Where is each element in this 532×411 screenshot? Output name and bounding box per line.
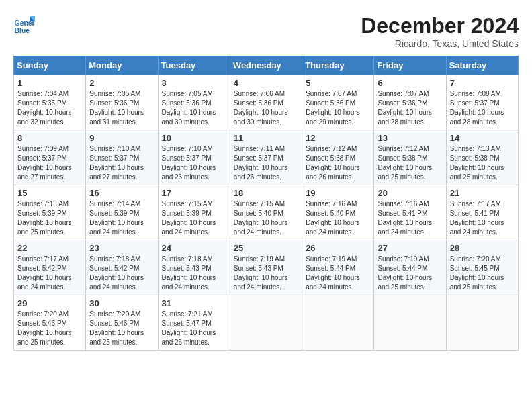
day-info: Sunrise: 7:10 AM Sunset: 5:37 PM Dayligh… (89, 144, 154, 182)
daylight-label: Daylight: 10 hours (17, 164, 72, 171)
calendar-cell: 7 Sunrise: 7:08 AM Sunset: 5:37 PM Dayli… (446, 75, 518, 130)
daylight-minutes: and 25 minutes. (89, 338, 137, 346)
daylight-label: Daylight: 10 hours (162, 109, 216, 116)
day-info: Sunrise: 7:17 AM Sunset: 5:41 PM Dayligh… (450, 199, 515, 237)
daylight-minutes: and 28 minutes. (378, 118, 425, 126)
day-info: Sunrise: 7:19 AM Sunset: 5:44 PM Dayligh… (378, 255, 442, 292)
sunset-label: Sunset: 5:36 PM (378, 99, 427, 107)
daylight-label: Daylight: 10 hours (306, 164, 360, 171)
daylight-minutes: and 25 minutes. (450, 173, 498, 181)
calendar-week-row: 22 Sunrise: 7:17 AM Sunset: 5:42 PM Dayl… (14, 240, 519, 295)
sunset-label: Sunset: 5:36 PM (234, 99, 283, 107)
day-number: 1 (17, 78, 82, 88)
calendar-cell: 27 Sunrise: 7:19 AM Sunset: 5:44 PM Dayl… (374, 240, 446, 295)
day-info: Sunrise: 7:17 AM Sunset: 5:42 PM Dayligh… (17, 255, 82, 292)
calendar-week-row: 1 Sunrise: 7:04 AM Sunset: 5:36 PM Dayli… (14, 75, 519, 130)
sunset-label: Sunset: 5:46 PM (89, 320, 139, 327)
sunrise-label: Sunrise: 7:15 AM (234, 200, 285, 208)
day-number: 24 (162, 243, 226, 253)
daylight-minutes: and 24 minutes. (234, 228, 281, 236)
daylight-minutes: and 24 minutes. (162, 283, 210, 291)
sunset-label: Sunset: 5:39 PM (89, 210, 139, 217)
sunset-label: Sunset: 5:44 PM (306, 265, 355, 272)
calendar-cell: 4 Sunrise: 7:06 AM Sunset: 5:36 PM Dayli… (230, 75, 302, 130)
calendar-cell: 30 Sunrise: 7:20 AM Sunset: 5:46 PM Dayl… (86, 295, 158, 351)
sunset-label: Sunset: 5:39 PM (162, 210, 212, 217)
day-info: Sunrise: 7:14 AM Sunset: 5:39 PM Dayligh… (89, 199, 154, 237)
sunrise-label: Sunrise: 7:12 AM (306, 145, 357, 152)
daylight-minutes: and 24 minutes. (89, 228, 137, 236)
day-info: Sunrise: 7:04 AM Sunset: 5:36 PM Dayligh… (17, 89, 82, 127)
sunset-label: Sunset: 5:36 PM (162, 99, 212, 107)
logo-icon: General Blue (13, 13, 35, 35)
daylight-label: Daylight: 10 hours (162, 274, 216, 281)
daylight-minutes: and 24 minutes. (306, 228, 353, 236)
sunset-label: Sunset: 5:45 PM (450, 265, 500, 272)
page-header: General Blue December 2024 Ricardo, Texa… (13, 13, 519, 49)
sunrise-label: Sunrise: 7:19 AM (378, 255, 429, 263)
sunset-label: Sunset: 5:41 PM (378, 210, 427, 217)
logo: General Blue (13, 13, 35, 35)
sunset-label: Sunset: 5:36 PM (306, 99, 355, 107)
day-number: 10 (162, 133, 226, 143)
sunrise-label: Sunrise: 7:18 AM (89, 255, 140, 263)
day-info: Sunrise: 7:10 AM Sunset: 5:37 PM Dayligh… (162, 144, 226, 182)
sunset-label: Sunset: 5:38 PM (378, 154, 427, 162)
weekday-header: Thursday (302, 56, 374, 75)
daylight-label: Daylight: 10 hours (162, 329, 216, 336)
day-info: Sunrise: 7:15 AM Sunset: 5:40 PM Dayligh… (234, 199, 298, 237)
day-number: 19 (306, 188, 370, 198)
sunrise-label: Sunrise: 7:10 AM (162, 145, 213, 152)
sunset-label: Sunset: 5:38 PM (450, 154, 500, 162)
sunrise-label: Sunrise: 7:14 AM (89, 200, 140, 208)
daylight-label: Daylight: 10 hours (378, 109, 432, 116)
daylight-minutes: and 30 minutes. (162, 118, 210, 126)
sunrise-label: Sunrise: 7:15 AM (162, 200, 213, 208)
calendar-cell: 13 Sunrise: 7:12 AM Sunset: 5:38 PM Dayl… (374, 130, 446, 185)
day-number: 12 (306, 133, 370, 143)
daylight-minutes: and 25 minutes. (378, 283, 425, 291)
calendar-cell: 12 Sunrise: 7:12 AM Sunset: 5:38 PM Dayl… (302, 130, 374, 185)
daylight-label: Daylight: 10 hours (378, 164, 432, 171)
daylight-minutes: and 28 minutes. (450, 118, 498, 126)
daylight-minutes: and 30 minutes. (234, 118, 281, 126)
sunset-label: Sunset: 5:46 PM (17, 320, 67, 327)
day-number: 25 (234, 243, 298, 253)
calendar-cell: 2 Sunrise: 7:05 AM Sunset: 5:36 PM Dayli… (86, 75, 158, 130)
day-info: Sunrise: 7:13 AM Sunset: 5:39 PM Dayligh… (17, 199, 82, 237)
sunset-label: Sunset: 5:41 PM (450, 210, 500, 217)
day-info: Sunrise: 7:21 AM Sunset: 5:47 PM Dayligh… (162, 310, 226, 347)
weekday-header: Monday (86, 56, 158, 75)
sunset-label: Sunset: 5:36 PM (89, 99, 139, 107)
calendar-week-row: 15 Sunrise: 7:13 AM Sunset: 5:39 PM Dayl… (14, 185, 519, 240)
day-number: 27 (378, 243, 442, 253)
sunset-label: Sunset: 5:42 PM (89, 265, 139, 272)
daylight-label: Daylight: 10 hours (450, 274, 504, 281)
day-info: Sunrise: 7:08 AM Sunset: 5:37 PM Dayligh… (450, 89, 515, 127)
day-number: 17 (162, 188, 226, 198)
sunrise-label: Sunrise: 7:17 AM (17, 255, 69, 263)
daylight-minutes: and 27 minutes. (89, 173, 137, 181)
daylight-label: Daylight: 10 hours (306, 274, 360, 281)
day-number: 26 (306, 243, 370, 253)
day-info: Sunrise: 7:20 AM Sunset: 5:46 PM Dayligh… (17, 310, 82, 347)
sunrise-label: Sunrise: 7:05 AM (162, 90, 213, 97)
day-info: Sunrise: 7:05 AM Sunset: 5:36 PM Dayligh… (162, 89, 226, 127)
sunrise-label: Sunrise: 7:06 AM (234, 90, 285, 97)
sunset-label: Sunset: 5:36 PM (17, 99, 67, 107)
sunrise-label: Sunrise: 7:16 AM (306, 200, 357, 208)
daylight-minutes: and 26 minutes. (234, 173, 281, 181)
calendar-cell (230, 295, 302, 351)
calendar-cell: 19 Sunrise: 7:16 AM Sunset: 5:40 PM Dayl… (302, 185, 374, 240)
sunset-label: Sunset: 5:39 PM (17, 210, 67, 217)
day-number: 22 (17, 243, 82, 253)
daylight-label: Daylight: 10 hours (306, 109, 360, 116)
calendar-cell (446, 295, 518, 351)
calendar-week-row: 8 Sunrise: 7:09 AM Sunset: 5:37 PM Dayli… (14, 130, 519, 185)
calendar-cell: 5 Sunrise: 7:07 AM Sunset: 5:36 PM Dayli… (302, 75, 374, 130)
daylight-minutes: and 25 minutes. (378, 173, 425, 181)
calendar-cell: 23 Sunrise: 7:18 AM Sunset: 5:42 PM Dayl… (86, 240, 158, 295)
daylight-minutes: and 24 minutes. (89, 283, 137, 291)
daylight-minutes: and 29 minutes. (306, 118, 353, 126)
day-info: Sunrise: 7:05 AM Sunset: 5:36 PM Dayligh… (89, 89, 154, 127)
